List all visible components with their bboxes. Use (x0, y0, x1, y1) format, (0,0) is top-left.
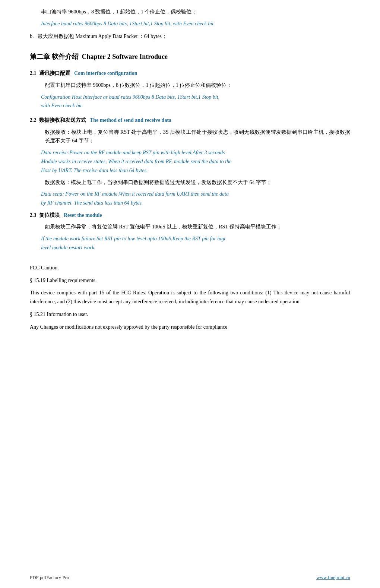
footer-left-text: PDF pdfFactory Pro (30, 575, 69, 581)
receive-english-line2: Module works in receive states, When it … (41, 159, 231, 164)
reset-english-line1: If the module work failure,Set RST pin t… (41, 236, 225, 241)
chapter-title: 第二章 软件介绍 Chapter 2 Software Introduce (30, 52, 350, 62)
send-english-line2: by RF channel. The send data less than 6… (41, 200, 143, 206)
section-21-config-english: Configuration Host Interface as baud rat… (30, 93, 350, 111)
fcc-section1-label: § 15.19 Labelling requirements. (30, 276, 350, 285)
section-23-english: Reset the module (64, 212, 102, 218)
section-22-chinese: 数据接收和发送方式 (39, 117, 86, 123)
send-chinese-text: 数据发送：模块上电工作，当收到串口数据则将数据通过无线发送，发送数据长度不大于 … (45, 180, 272, 185)
reset-chinese-text: 如果模块工作异常，将复位管脚 RST 置低电平 100uS 以上，模块重新复位，… (45, 224, 282, 230)
fcc-caution: FCC Caution. (30, 263, 350, 272)
section-21-chinese: 通讯接口配置 (39, 70, 70, 76)
section-23-chinese: 复位模块 (39, 212, 60, 218)
section-21-label: 2.1 (30, 70, 37, 76)
section-21-heading: 2.1 通讯接口配置 Com interface configuration (30, 69, 350, 78)
chapter-heading: 第二章 软件介绍 Chapter 2 Software Introduce (30, 52, 350, 62)
section-21-config-chinese: 配置主机串口波特率 9600bps，8 位数据位，1 位起始位，1 位停止位和偶… (30, 81, 350, 90)
fcc-section1-label-text: § 15.19 Labelling requirements. (30, 278, 96, 283)
send-english: Data send: Power on the RF module,When i… (30, 190, 350, 208)
receive-chinese: 数据接收：模块上电，复位管脚 RST 处于高电平，3S 后模块工作处于接收状态，… (30, 128, 350, 146)
chapter-english: Chapter 2 Software Introduce (82, 53, 168, 60)
top-baud-english: Interface baud rates 9600bps 8 Data bits… (30, 19, 350, 28)
fcc-section1-body: This device complies with part 15 of the… (30, 288, 350, 306)
section-23-heading: 2.3 复位模块 Reset the module (30, 211, 350, 219)
fcc-section2-label-text: § 15.21 Information to user. (30, 312, 88, 317)
fcc-section2-body-text: Any Changes or modifications not express… (30, 324, 227, 330)
section-23-label: 2.3 (30, 212, 37, 218)
section-22-label: 2.2 (30, 117, 37, 123)
section-21-config-chinese-text: 配置主机串口波特率 9600bps，8 位数据位，1 位起始位，1 位停止位和偶… (45, 82, 232, 88)
receive-english: Data receive:Power on the RF module and … (30, 148, 350, 175)
receive-chinese-text: 数据接收：模块上电，复位管脚 RST 处于高电平，3S 后模块工作处于接收状态，… (45, 129, 350, 144)
top-baud-english-text: Interface baud rates 9600bps 8 Data bits… (41, 21, 215, 26)
section-22-english: The method of send and receive data (90, 117, 171, 123)
section-21-english: Com interface configuration (74, 70, 137, 76)
fcc-caution-text: FCC Caution. (30, 265, 59, 271)
fcc-section: FCC Caution. § 15.19 Labelling requireme… (30, 263, 350, 332)
fcc-section2-body: Any Changes or modifications not express… (30, 323, 350, 332)
receive-english-line3: Host by UART. The receive data less than… (41, 168, 148, 173)
fcc-section1-body-text: This device complies with part 15 of the… (30, 290, 350, 304)
reset-english: If the module work failure,Set RST pin t… (30, 234, 350, 252)
max-packet-text: 最大应用数据包 Maximum Apply Data Packet ：64 by… (38, 34, 167, 39)
chapter-chinese: 第二章 软件介绍 (30, 53, 79, 60)
reset-english-line2: level module restart work. (41, 245, 95, 250)
footer: PDF pdfFactory Pro www.fineprint.cn (0, 575, 380, 581)
reset-chinese: 如果模块工作异常，将复位管脚 RST 置低电平 100uS 以上，模块重新复位，… (30, 222, 350, 231)
section-21-config-english-line2: with Even check bit. (41, 103, 83, 108)
page-container: 串口波特率 9600bps，8 数据位，1 起始位，1 个停止位，偶校验位； I… (0, 0, 380, 588)
send-chinese: 数据发送：模块上电工作，当收到串口数据则将数据通过无线发送，发送数据长度不大于 … (30, 178, 350, 187)
section-b: b. 最大应用数据包 Maximum Apply Data Packet ：64… (30, 32, 350, 41)
section-21-config-english-line1: Configuration Host Interface as baud rat… (41, 94, 219, 100)
send-english-line1: Data send: Power on the RF module,When i… (41, 191, 229, 197)
top-baud-chinese: 串口波特率 9600bps，8 数据位，1 起始位，1 个停止位，偶校验位； (30, 7, 350, 16)
footer-link[interactable]: www.fineprint.cn (316, 575, 350, 581)
receive-english-line1: Data receive:Power on the RF module and … (41, 150, 225, 155)
top-baud-chinese-text: 串口波特率 9600bps，8 数据位，1 起始位，1 个停止位，偶校验位； (41, 9, 197, 15)
fcc-section2-label: § 15.21 Information to user. (30, 310, 350, 319)
label-b: b. (30, 34, 34, 39)
section-22-heading: 2.2 数据接收和发送方式 The method of send and rec… (30, 116, 350, 124)
